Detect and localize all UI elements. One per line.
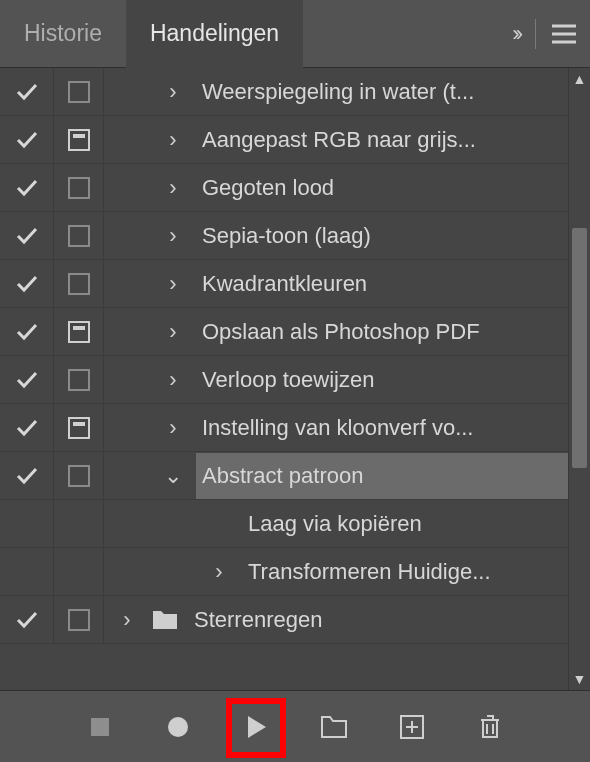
toggle-dialog[interactable]	[54, 308, 104, 355]
action-row[interactable]: ›Aangepast RGB naar grijs...	[0, 116, 590, 164]
chevron-right-icon: ›	[169, 175, 176, 201]
action-row[interactable]: ›Weerspiegeling in water (t...	[0, 68, 590, 116]
toggle-enabled[interactable]	[0, 68, 54, 115]
toggle-dialog[interactable]	[54, 212, 104, 259]
new-set-button[interactable]	[317, 710, 351, 744]
action-label: Opslaan als Photoshop PDF	[196, 319, 590, 345]
action-row[interactable]: ›Instelling van kloonverf vo...	[0, 404, 590, 452]
toggle-dialog[interactable]	[54, 68, 104, 115]
action-label: Sterrenregen	[188, 607, 590, 633]
toggle-dialog[interactable]	[54, 260, 104, 307]
panel-header: Historie Handelingen ››	[0, 0, 590, 68]
toggle-dialog[interactable]	[54, 500, 104, 547]
disclosure-toggle[interactable]: ›	[150, 271, 196, 297]
new-action-button[interactable]	[395, 710, 429, 744]
disclosure-toggle[interactable]: ›	[150, 127, 196, 153]
footer-toolbar	[0, 690, 590, 762]
disclosure-toggle[interactable]: ›	[150, 79, 196, 105]
dialog-empty-icon	[68, 177, 90, 199]
action-label: Aangepast RGB naar grijs...	[196, 127, 590, 153]
action-row[interactable]: ›Gegoten lood	[0, 164, 590, 212]
dialog-icon	[68, 417, 90, 439]
disclosure-toggle[interactable]: ›	[150, 415, 196, 441]
chevron-right-icon: ›	[169, 79, 176, 105]
collapse-icon[interactable]: ››	[512, 21, 519, 47]
disclosure-toggle[interactable]: ›	[104, 607, 150, 633]
action-row[interactable]: ⌄Abstract patroon	[0, 452, 590, 500]
toggle-dialog[interactable]	[54, 356, 104, 403]
record-button[interactable]	[161, 710, 195, 744]
chevron-right-icon: ›	[169, 367, 176, 393]
toggle-enabled[interactable]	[0, 260, 54, 307]
dialog-empty-icon	[68, 273, 90, 295]
play-button[interactable]	[239, 710, 273, 744]
action-row[interactable]: ›Transformeren Huidige...	[0, 548, 590, 596]
disclosure-toggle[interactable]: ›	[150, 175, 196, 201]
chevron-right-icon: ›	[169, 415, 176, 441]
action-label: Instelling van kloonverf vo...	[196, 415, 590, 441]
action-row[interactable]: ›Verloop toewijzen	[0, 356, 590, 404]
delete-button[interactable]	[473, 710, 507, 744]
action-row[interactable]: ›Kwadrantkleuren	[0, 260, 590, 308]
chevron-right-icon: ›	[169, 271, 176, 297]
chevron-right-icon: ›	[169, 319, 176, 345]
action-label: Gegoten lood	[196, 175, 590, 201]
action-label: Abstract patroon	[196, 453, 590, 499]
action-label: Weerspiegeling in water (t...	[196, 79, 590, 105]
actions-list: ›Weerspiegeling in water (t...›Aangepast…	[0, 68, 590, 690]
toggle-enabled[interactable]	[0, 116, 54, 163]
toggle-dialog[interactable]	[54, 164, 104, 211]
chevron-right-icon: ›	[169, 223, 176, 249]
tab-actions[interactable]: Handelingen	[126, 0, 303, 68]
disclosure-toggle[interactable]: ⌄	[150, 463, 196, 489]
scrollbar[interactable]: ▲▼	[568, 68, 590, 690]
action-row[interactable]: Laag via kopiëren	[0, 500, 590, 548]
tab-history[interactable]: Historie	[0, 0, 126, 68]
dialog-empty-icon	[68, 225, 90, 247]
action-label: Kwadrantkleuren	[196, 271, 590, 297]
toggle-enabled[interactable]	[0, 308, 54, 355]
action-label: Verloop toewijzen	[196, 367, 590, 393]
action-label: Sepia-toon (laag)	[196, 223, 590, 249]
toggle-enabled[interactable]	[0, 452, 54, 499]
toggle-dialog[interactable]	[54, 116, 104, 163]
toggle-enabled[interactable]	[0, 212, 54, 259]
action-row[interactable]: ›Sterrenregen	[0, 596, 590, 644]
action-row[interactable]: ›Sepia-toon (laag)	[0, 212, 590, 260]
disclosure-toggle[interactable]: ›	[196, 559, 242, 585]
dialog-empty-icon	[68, 81, 90, 103]
action-label: Laag via kopiëren	[242, 511, 590, 537]
toggle-enabled[interactable]	[0, 548, 54, 595]
svg-point-1	[168, 717, 188, 737]
toggle-enabled[interactable]	[0, 356, 54, 403]
scroll-down-icon[interactable]: ▼	[569, 668, 590, 690]
panel-menu-icon[interactable]	[552, 24, 576, 44]
dialog-empty-icon	[68, 369, 90, 391]
dialog-icon	[68, 129, 90, 151]
disclosure-toggle[interactable]: ›	[150, 223, 196, 249]
toggle-enabled[interactable]	[0, 164, 54, 211]
disclosure-toggle[interactable]: ›	[150, 319, 196, 345]
chevron-down-icon: ⌄	[164, 463, 182, 489]
separator	[535, 19, 536, 49]
scroll-thumb[interactable]	[572, 228, 587, 468]
toggle-dialog[interactable]	[54, 404, 104, 451]
folder-icon	[150, 610, 180, 630]
disclosure-toggle[interactable]: ›	[150, 367, 196, 393]
dialog-empty-icon	[68, 609, 90, 631]
dialog-icon	[68, 321, 90, 343]
toggle-dialog[interactable]	[54, 596, 104, 643]
toggle-enabled[interactable]	[0, 404, 54, 451]
chevron-right-icon: ›	[169, 127, 176, 153]
chevron-right-icon: ›	[123, 607, 130, 633]
toggle-enabled[interactable]	[0, 596, 54, 643]
chevron-right-icon: ›	[215, 559, 222, 585]
dialog-empty-icon	[68, 465, 90, 487]
svg-rect-0	[91, 718, 109, 736]
toggle-dialog[interactable]	[54, 548, 104, 595]
toggle-dialog[interactable]	[54, 452, 104, 499]
action-row[interactable]: ›Opslaan als Photoshop PDF	[0, 308, 590, 356]
scroll-up-icon[interactable]: ▲	[569, 68, 590, 90]
stop-button[interactable]	[83, 710, 117, 744]
toggle-enabled[interactable]	[0, 500, 54, 547]
